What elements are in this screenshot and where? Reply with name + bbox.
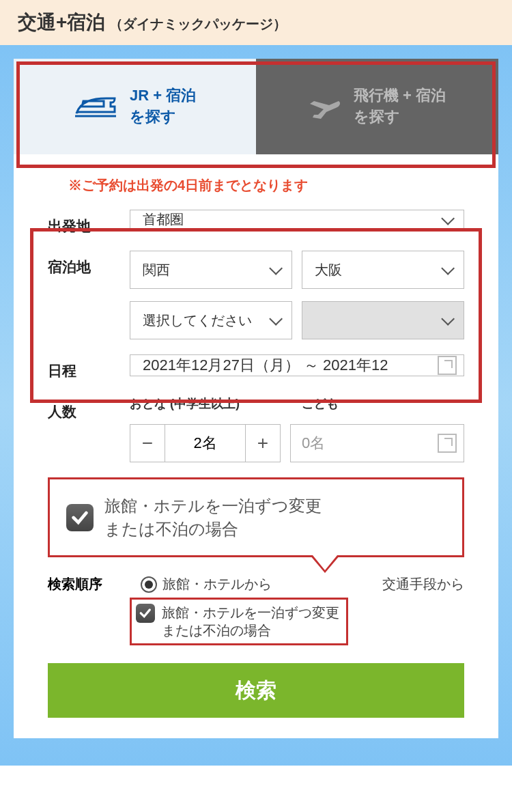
- search-panel-wrap: JR + 宿泊 を探す 飛行機 + 宿泊 を探す ※ご予約は出発の4日前までとな…: [0, 45, 512, 766]
- stay-pref-value: 大阪: [315, 261, 342, 279]
- people-label: 人数: [48, 395, 130, 421]
- stay-area-value: 選択してください: [143, 311, 252, 330]
- tab-jr-line1: JR + 宿泊: [130, 87, 196, 104]
- transport-tabs: JR + 宿泊 を探す 飛行機 + 宿泊 を探す: [14, 59, 498, 154]
- order-hotel-radio[interactable]: 旅館・ホテルから: [141, 575, 272, 593]
- search-card: JR + 宿泊 を探す 飛行機 + 宿泊 を探す ※ご予約は出発の4日前までとな…: [14, 59, 498, 738]
- check-line2: または不泊の場合: [162, 623, 271, 638]
- radio-icon: [141, 576, 157, 593]
- stay-pref-select[interactable]: 大阪: [302, 251, 464, 289]
- stay-region-value: 関西: [143, 261, 170, 279]
- header-bar: 交通+宿泊 （ダイナミックパッケージ）: [0, 0, 512, 45]
- page-subtitle: （ダイナミックパッケージ）: [109, 15, 287, 33]
- check-line1: 旅館・ホテルを一泊ずつ変更: [162, 605, 339, 620]
- callout-line2: または不泊の場合: [104, 520, 238, 538]
- train-icon: [74, 93, 117, 120]
- order-transport-radio[interactable]: 交通手段から: [382, 575, 464, 593]
- change-hotel-callout: 旅館・ホテルを一泊ずつ変更 または不泊の場合: [48, 477, 464, 557]
- tab-jr[interactable]: JR + 宿泊 を探す: [14, 59, 256, 154]
- popout-icon: [438, 434, 457, 453]
- departure-value: 首都圏: [143, 210, 184, 229]
- booking-notice: ※ご予約は出発の4日前までとなります: [14, 154, 498, 210]
- tab-plane[interactable]: 飛行機 + 宿泊 を探す: [256, 59, 498, 154]
- plane-icon: [309, 92, 341, 122]
- children-input[interactable]: 0名: [290, 424, 464, 462]
- change-hotel-checkbox-row[interactable]: 旅館・ホテルを一泊ずつ変更 または不泊の場合: [130, 598, 348, 645]
- chevron-down-icon: [269, 262, 283, 275]
- tab-jr-label: JR + 宿泊 を探す: [130, 85, 196, 128]
- departure-select[interactable]: 首都圏: [130, 210, 464, 229]
- adult-increment-button[interactable]: +: [245, 424, 281, 462]
- page-title: 交通+宿泊: [18, 10, 105, 36]
- order-opt1-label: 旅館・ホテルから: [162, 575, 272, 593]
- children-placeholder: 0名: [302, 433, 325, 453]
- date-range-value: 2021年12月27日（月） ～ 2021年12: [143, 355, 388, 376]
- date-range-input[interactable]: 2021年12月27日（月） ～ 2021年12: [130, 354, 464, 376]
- order-label: 検索順序: [48, 575, 130, 593]
- tab-plane-line1: 飛行機 + 宿泊: [354, 87, 446, 104]
- stay-sub-select[interactable]: [302, 301, 464, 339]
- callout-arrow: [310, 555, 340, 573]
- stay-region-select[interactable]: 関西: [130, 251, 292, 289]
- stay-area-select[interactable]: 選択してください: [130, 301, 292, 339]
- adult-stepper: − 2名 +: [130, 424, 281, 462]
- search-order-row: 検索順序 旅館・ホテルから 交通手段から: [48, 575, 464, 593]
- popout-icon: [438, 356, 457, 375]
- dates-label: 日程: [48, 354, 130, 380]
- adult-count: 2名: [165, 424, 245, 462]
- departure-label: 出発地: [48, 210, 130, 236]
- callout-text: 旅館・ホテルを一泊ずつ変更 または不泊の場合: [104, 494, 322, 540]
- child-sublabel: こども: [302, 395, 464, 412]
- stay-label: 宿泊地: [48, 251, 130, 277]
- chevron-down-icon: [269, 312, 283, 326]
- adult-decrement-button[interactable]: −: [130, 424, 165, 462]
- tab-plane-label: 飛行機 + 宿泊 を探す: [354, 85, 446, 128]
- chevron-down-icon: [441, 211, 455, 225]
- check-icon: [136, 604, 155, 623]
- search-button[interactable]: 検索: [48, 663, 464, 718]
- adult-sublabel: おとな (中学生以上): [130, 395, 292, 412]
- chevron-down-icon: [441, 262, 455, 275]
- order-opt2-label: 交通手段から: [382, 575, 464, 593]
- check-icon: [66, 504, 94, 531]
- chevron-down-icon: [441, 312, 455, 326]
- callout-line1: 旅館・ホテルを一泊ずつ変更: [104, 496, 322, 515]
- tab-jr-line2: を探す: [130, 108, 176, 125]
- change-hotel-text: 旅館・ホテルを一泊ずつ変更 または不泊の場合: [162, 604, 339, 639]
- form-body: 出発地 首都圏 宿泊地 関西: [14, 210, 498, 738]
- tab-plane-line2: を探す: [354, 108, 400, 125]
